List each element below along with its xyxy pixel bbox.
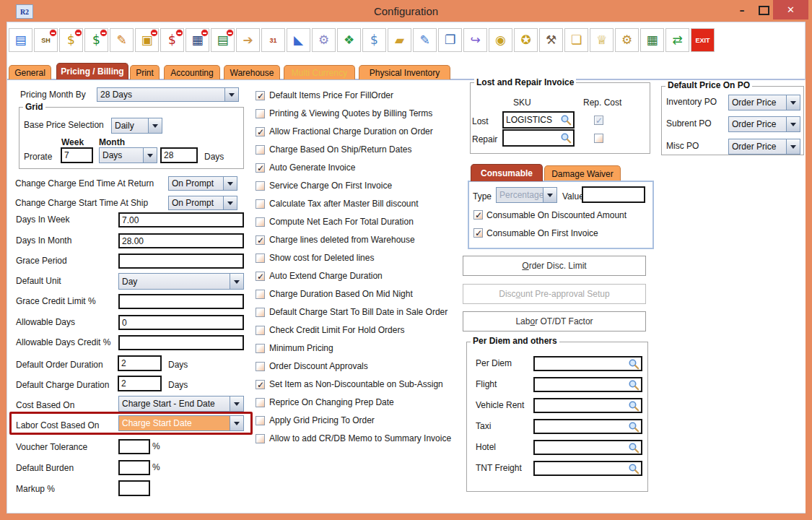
lost-sku-input[interactable]: LOGISTICS bbox=[502, 111, 575, 129]
chevron-down-icon[interactable] bbox=[230, 396, 243, 411]
option-checkbox-9[interactable] bbox=[256, 254, 265, 263]
folder-settings-button[interactable]: ⚙ bbox=[615, 28, 639, 52]
days-in-week-input[interactable]: 7.00 bbox=[118, 212, 244, 228]
pricing-month-by-dropdown[interactable]: 28 Days bbox=[97, 87, 239, 102]
allowable-days-input[interactable]: 0 bbox=[118, 315, 244, 330]
option-checkbox-15[interactable] bbox=[256, 362, 265, 371]
tab-general[interactable]: General bbox=[9, 65, 51, 79]
option-checkbox-7[interactable] bbox=[256, 217, 265, 227]
po-price-dropdown-0[interactable]: Order Price bbox=[728, 95, 800, 110]
option-checkbox-12[interactable] bbox=[256, 308, 265, 317]
window-edit-button[interactable]: ✎ bbox=[413, 28, 437, 52]
data-transfer-button[interactable]: ⇄ bbox=[665, 28, 689, 52]
close-button[interactable]: ✕ bbox=[773, 0, 808, 20]
option-checkbox-5[interactable] bbox=[256, 181, 265, 191]
shield-search-button[interactable]: ◉ bbox=[489, 28, 512, 52]
option-checkbox-10[interactable] bbox=[256, 272, 265, 281]
option-checkbox-6[interactable] bbox=[256, 199, 265, 209]
edit-notes-button[interactable]: ✎ bbox=[110, 28, 134, 52]
folder-lock-button[interactable]: ❏ bbox=[564, 28, 588, 52]
chevron-down-icon[interactable] bbox=[230, 274, 243, 289]
payables-button[interactable]: $ bbox=[160, 28, 184, 52]
rate-grid-button[interactable]: ▦ bbox=[185, 28, 209, 52]
search-icon[interactable] bbox=[628, 379, 639, 391]
per-diem-lookup-input-2[interactable] bbox=[533, 398, 642, 413]
consumable-first-invoice-checkbox[interactable] bbox=[473, 228, 483, 238]
change-start-time-dropdown[interactable]: On Prompt bbox=[168, 196, 237, 210]
option-checkbox-13[interactable] bbox=[256, 326, 265, 335]
option-checkbox-3[interactable] bbox=[256, 145, 265, 155]
chevron-down-icon[interactable] bbox=[143, 148, 157, 162]
value-input[interactable] bbox=[582, 186, 645, 203]
po-price-dropdown-2[interactable]: Order Price bbox=[728, 139, 800, 155]
voucher-tolerance-input[interactable] bbox=[118, 439, 150, 454]
labor-cost-based-on-dropdown[interactable]: Charge Start Date bbox=[118, 415, 244, 431]
search-icon[interactable] bbox=[628, 358, 639, 370]
prorate-week-input[interactable]: 7 bbox=[61, 147, 93, 163]
search-icon[interactable] bbox=[628, 442, 639, 454]
cost-based-on-dropdown[interactable]: Charge Start - End Date bbox=[118, 396, 244, 412]
base-price-selection-dropdown[interactable]: Daily bbox=[111, 118, 162, 134]
title-bar[interactable]: R2 Configuration – ✕ bbox=[0, 0, 812, 22]
chevron-down-icon[interactable] bbox=[786, 95, 800, 110]
cash-deposit-button[interactable]: $ bbox=[59, 28, 83, 52]
chevron-down-icon[interactable] bbox=[224, 88, 238, 101]
option-checkbox-11[interactable] bbox=[256, 290, 265, 299]
per-diem-lookup-input-1[interactable] bbox=[533, 377, 642, 392]
exit-button[interactable]: EXIT bbox=[691, 28, 715, 52]
order-disc-limit-button[interactable]: Order Disc. Limit bbox=[463, 256, 646, 276]
copy-document-button[interactable]: ❐ bbox=[438, 28, 462, 52]
option-checkbox-16[interactable] bbox=[256, 380, 265, 389]
change-end-time-dropdown[interactable]: On Prompt bbox=[168, 176, 237, 191]
option-checkbox-0[interactable] bbox=[256, 91, 265, 100]
folder-tags-button[interactable]: ▰ bbox=[388, 28, 411, 52]
search-icon[interactable] bbox=[560, 114, 572, 126]
labor-otdt-factor-button[interactable]: Labor OT/DT Factor bbox=[463, 311, 646, 332]
search-icon[interactable] bbox=[560, 132, 572, 144]
tab-damage-waiver[interactable]: Damage Waiver bbox=[544, 165, 621, 181]
option-checkbox-18[interactable] bbox=[256, 416, 265, 425]
option-checkbox-4[interactable] bbox=[256, 163, 265, 173]
default-burden-input[interactable] bbox=[118, 460, 150, 475]
po-price-dropdown-1[interactable]: Order Price bbox=[728, 116, 800, 132]
minimize-button[interactable]: – bbox=[730, 0, 754, 20]
search-icon[interactable] bbox=[628, 463, 639, 474]
ledger-button[interactable]: ▤ bbox=[211, 28, 235, 52]
tab-pricing-billing[interactable]: Pricing / Billing bbox=[56, 63, 128, 79]
repair-sku-input[interactable] bbox=[502, 129, 575, 147]
calculator-settings-button[interactable]: ▦ bbox=[640, 28, 664, 52]
option-checkbox-2[interactable] bbox=[256, 127, 265, 136]
settings-gears-button[interactable]: ⚙ bbox=[312, 28, 336, 52]
markup-input[interactable] bbox=[118, 480, 150, 496]
option-checkbox-8[interactable] bbox=[256, 235, 265, 245]
calendar-button[interactable]: 31 bbox=[261, 28, 285, 52]
tab-accounting[interactable]: Accounting bbox=[164, 65, 220, 79]
chevron-down-icon[interactable] bbox=[223, 196, 237, 209]
per-diem-lookup-input-4[interactable] bbox=[533, 440, 642, 455]
tab-consumable[interactable]: Consumable bbox=[471, 164, 543, 181]
search-icon[interactable] bbox=[628, 400, 639, 412]
chevron-down-icon[interactable] bbox=[230, 416, 243, 430]
prorate-month-unit-dropdown[interactable]: Days bbox=[99, 147, 157, 163]
shield-user-button[interactable]: ✪ bbox=[514, 28, 538, 52]
option-checkbox-14[interactable] bbox=[256, 344, 265, 353]
default-charge-duration-input[interactable]: 2 bbox=[118, 376, 162, 391]
allowable-days-credit-input[interactable] bbox=[118, 335, 244, 350]
search-icon[interactable] bbox=[628, 421, 639, 433]
consumable-discounted-checkbox[interactable] bbox=[473, 210, 483, 220]
grace-credit-limit-input[interactable] bbox=[118, 294, 244, 309]
per-diem-lookup-input-0[interactable] bbox=[533, 356, 642, 371]
tab-warehouse[interactable]: Warehouse bbox=[224, 65, 280, 79]
days-in-month-input[interactable]: 28.00 bbox=[118, 233, 244, 248]
grace-period-input[interactable] bbox=[118, 254, 244, 269]
chevron-down-icon[interactable] bbox=[786, 117, 800, 131]
color-cubes-button[interactable]: ❖ bbox=[337, 28, 361, 52]
set-square-button[interactable]: ◣ bbox=[287, 28, 310, 52]
maximize-button[interactable] bbox=[754, 0, 774, 20]
option-checkbox-1[interactable] bbox=[256, 109, 265, 118]
price-tag-button[interactable]: $ bbox=[362, 28, 386, 52]
option-checkbox-19[interactable] bbox=[256, 434, 265, 443]
invoice-button[interactable]: $ bbox=[84, 28, 108, 52]
repair-rep-cost-checkbox[interactable] bbox=[594, 134, 603, 143]
chevron-down-icon[interactable] bbox=[223, 177, 237, 190]
